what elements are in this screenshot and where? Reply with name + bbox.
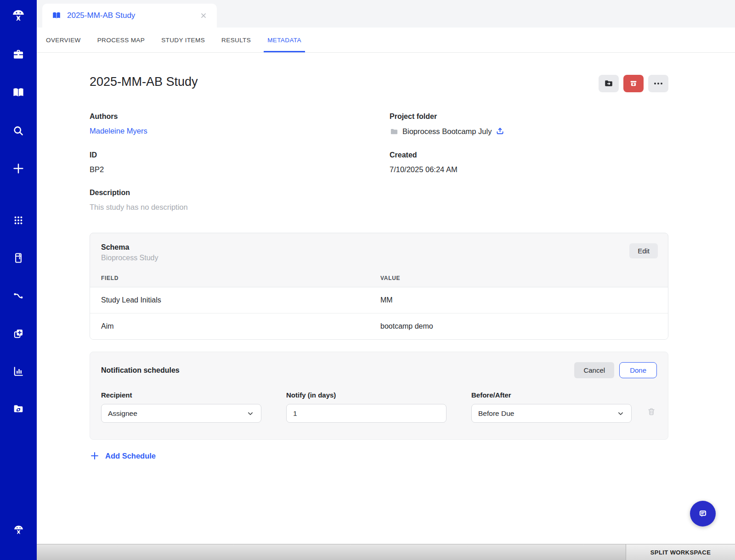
insights-chart-icon[interactable]: [8, 361, 28, 381]
notify-days-label: Notify (in days): [286, 391, 447, 399]
recipient-select[interactable]: Assignee: [101, 404, 261, 423]
schema-card: Schema Bioprocess Study Edit FIELD VALUE…: [90, 233, 668, 340]
benchling-logo-footer-icon[interactable]: [8, 520, 28, 540]
more-options-button[interactable]: [648, 75, 668, 92]
bottom-status-bar: SPLIT WORKSPACE: [37, 544, 735, 560]
add-schedule-button[interactable]: Add Schedule: [90, 451, 156, 461]
sidebar: [0, 0, 37, 560]
chat-bubble-icon: [696, 507, 709, 520]
trash-icon: [646, 407, 656, 417]
app-window: 2025-MM-AB Study OVERVIEW PROCESS MAP ST…: [0, 0, 735, 560]
authors-label: Authors: [90, 112, 390, 121]
value-column-header: VALUE: [380, 275, 657, 281]
tab-results[interactable]: RESULTS: [218, 28, 254, 52]
schema-field-value: MM: [380, 296, 657, 304]
projects-briefcase-icon[interactable]: [8, 45, 28, 65]
page-title: 2025-MM-AB Study: [90, 75, 599, 89]
metadata-content: 2025-MM-AB Study: [37, 53, 735, 544]
workflow-route-icon[interactable]: [8, 286, 28, 306]
notebook-book-icon[interactable]: [8, 83, 28, 103]
requests-copy-plus-icon[interactable]: [8, 324, 28, 344]
ellipsis-icon: [654, 83, 662, 84]
schema-field-name: Study Lead Initials: [101, 296, 380, 304]
tab-study-items[interactable]: STUDY ITEMS: [158, 28, 209, 52]
move-folder-upload-icon[interactable]: [495, 127, 505, 136]
id-value: BP2: [90, 165, 390, 174]
delete-schedule-button[interactable]: [646, 407, 656, 423]
archive-button[interactable]: [623, 75, 644, 92]
project-folder-field: Project folder Bioprocess Bootcamp July: [390, 112, 668, 136]
description-label: Description: [90, 189, 668, 197]
create-plus-icon[interactable]: [8, 158, 28, 179]
schema-name: Bioprocess Study: [101, 254, 658, 262]
before-after-label: Before/After: [471, 391, 632, 399]
registry-sync-folder-icon[interactable]: [8, 399, 28, 419]
edit-schema-button[interactable]: Edit: [629, 243, 658, 258]
notify-days-input[interactable]: [286, 404, 447, 423]
field-column-header: FIELD: [101, 275, 380, 281]
folder-icon: [390, 127, 399, 136]
table-row[interactable]: Study Lead Initials MM: [90, 287, 668, 314]
close-icon[interactable]: [198, 10, 209, 22]
search-icon[interactable]: [8, 121, 28, 141]
created-value: 7/10/2025 06:24 AM: [390, 165, 668, 174]
chevron-down-icon: [616, 409, 625, 418]
chevron-down-icon: [246, 409, 254, 418]
move-to-folder-button[interactable]: [599, 75, 619, 92]
help-chat-button[interactable]: [690, 501, 716, 526]
author-link[interactable]: Madeleine Myers: [90, 127, 147, 135]
description-placeholder[interactable]: This study has no description: [90, 203, 668, 212]
inventory-freezer-icon[interactable]: [8, 248, 28, 268]
project-folder-label: Project folder: [390, 112, 668, 121]
workspace-tab-title: 2025-MM-AB Study: [67, 11, 198, 20]
workspace-tab[interactable]: 2025-MM-AB Study: [42, 4, 217, 28]
tab-process-map[interactable]: PROCESS MAP: [94, 28, 148, 52]
description-field: Description This study has no descriptio…: [90, 189, 668, 212]
workspace-tabstrip: 2025-MM-AB Study: [37, 0, 735, 28]
authors-field: Authors Madeleine Myers: [90, 112, 390, 136]
notification-schedules-title: Notification schedules: [101, 366, 574, 375]
notebook-entry-icon: [51, 11, 62, 21]
tab-metadata[interactable]: METADATA: [264, 28, 305, 52]
tab-overview[interactable]: OVERVIEW: [42, 28, 85, 52]
table-row[interactable]: Aim bootcamp demo: [90, 314, 668, 339]
schema-field-name: Aim: [101, 322, 380, 330]
main-area: 2025-MM-AB Study OVERVIEW PROCESS MAP ST…: [37, 0, 735, 560]
project-folder-value[interactable]: Bioprocess Bootcamp July: [402, 127, 492, 136]
schema-table-header: FIELD VALUE: [90, 269, 668, 287]
plus-icon: [90, 451, 100, 461]
benchling-logo-icon[interactable]: [8, 6, 28, 26]
entry-nav-tabs: OVERVIEW PROCESS MAP STUDY ITEMS RESULTS…: [37, 28, 735, 53]
apps-grid-icon[interactable]: [8, 210, 28, 230]
cancel-button[interactable]: Cancel: [574, 362, 614, 378]
done-button[interactable]: Done: [619, 362, 657, 378]
recipient-label: Recipient: [101, 391, 261, 399]
folder-move-icon: [604, 78, 614, 89]
schema-field-value: bootcamp demo: [380, 322, 657, 330]
id-label: ID: [90, 151, 390, 159]
notification-schedules-card: Notification schedules Cancel Done Recip…: [90, 352, 668, 440]
schema-title: Schema: [101, 243, 658, 252]
before-after-select[interactable]: Before Due: [471, 404, 632, 423]
created-label: Created: [390, 151, 668, 159]
split-workspace-button[interactable]: SPLIT WORKSPACE: [626, 544, 735, 560]
archive-box-icon: [628, 78, 639, 89]
created-field: Created 7/10/2025 06:24 AM: [390, 151, 668, 174]
id-field: ID BP2: [90, 151, 390, 174]
